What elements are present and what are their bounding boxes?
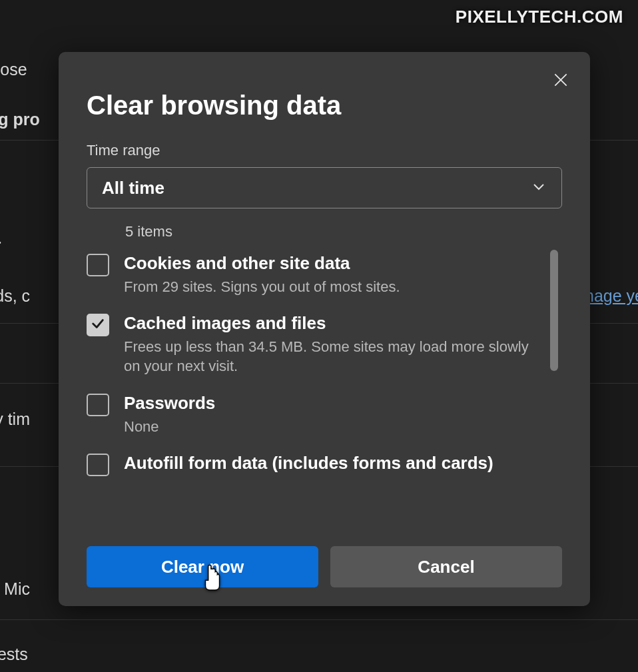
- dialog-title: Clear browsing data: [59, 52, 590, 121]
- bg-text: ery tim: [0, 410, 30, 429]
- bg-text: uests: [0, 645, 28, 664]
- option-passwords[interactable]: Passwords None: [87, 387, 537, 447]
- option-desc: Frees up less than 34.5 MB. Some sites m…: [124, 337, 537, 376]
- option-autofill[interactable]: Autofill form data (includes forms and c…: [87, 447, 537, 487]
- time-range-value: All time: [102, 178, 164, 198]
- item-count-label: 5 items: [125, 223, 562, 240]
- scrollbar-thumb[interactable]: [550, 250, 558, 371]
- option-title: Cookies and other site data: [124, 252, 537, 274]
- bg-text: ords, c: [0, 286, 30, 306]
- option-title: Autofill form data (includes forms and c…: [124, 452, 537, 474]
- option-cached-images[interactable]: Cached images and files Frees up less th…: [87, 307, 537, 387]
- option-cookies[interactable]: Cookies and other site data From 29 site…: [87, 247, 537, 307]
- bg-text: choose: [0, 60, 27, 79]
- time-range-select[interactable]: All time: [87, 167, 562, 208]
- watermark-text: PIXELLYTECH.COM: [456, 7, 623, 27]
- checkbox[interactable]: [87, 454, 109, 476]
- option-title: Cached images and files: [124, 312, 537, 334]
- pointer-cursor-icon: [201, 565, 224, 594]
- checkbox[interactable]: [87, 254, 109, 276]
- cancel-button[interactable]: Cancel: [330, 546, 562, 587]
- bg-link[interactable]: nage ye: [585, 286, 638, 306]
- checkmark-icon: [91, 316, 105, 334]
- bg-text: ng pro: [0, 110, 40, 129]
- checkbox[interactable]: [87, 314, 109, 336]
- close-icon: [552, 71, 569, 91]
- bg-divider: [0, 619, 638, 620]
- checkbox[interactable]: [87, 394, 109, 416]
- bg-text: for Mic: [0, 579, 30, 599]
- option-title: Passwords: [124, 392, 537, 414]
- clear-browsing-data-dialog: Clear browsing data Time range All time …: [59, 52, 590, 606]
- close-button[interactable]: [550, 71, 571, 92]
- option-desc: From 29 sites. Signs you out of most sit…: [124, 277, 537, 297]
- time-range-label: Time range: [87, 142, 562, 159]
- chevron-down-icon: [531, 178, 547, 197]
- options-list: Cookies and other site data From 29 site…: [87, 247, 562, 512]
- option-desc: None: [124, 417, 537, 437]
- bg-heading: a: [0, 223, 1, 249]
